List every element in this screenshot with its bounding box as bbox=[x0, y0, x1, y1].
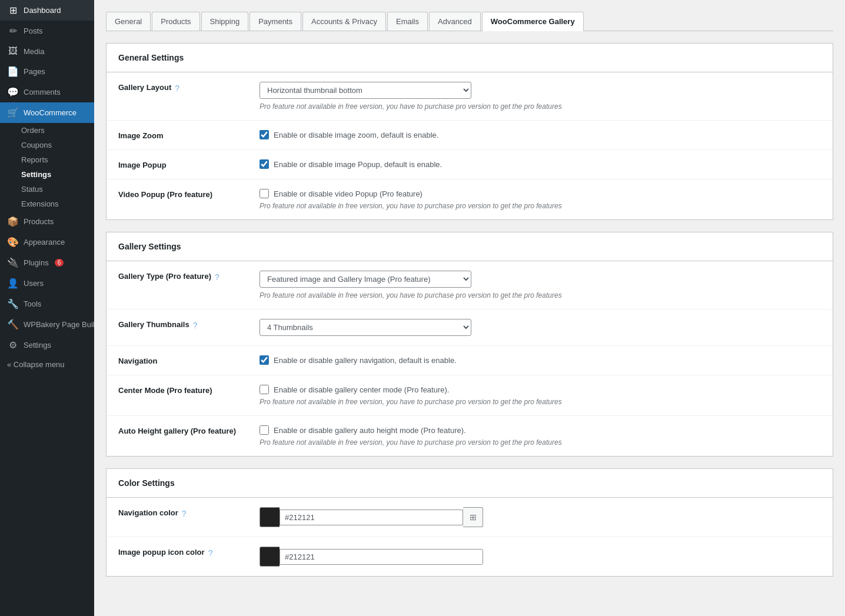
posts-icon: ✏ bbox=[7, 25, 19, 36]
auto-height-control: Enable or disable gallery auto height mo… bbox=[260, 425, 821, 447]
image-popup-control: Enable or disable image Popup, default i… bbox=[260, 159, 821, 169]
tab-emails[interactable]: Emails bbox=[387, 12, 428, 31]
navigation-color-picker-btn[interactable]: ⊞ bbox=[463, 507, 483, 527]
navigation-control: Enable or disable gallery navigation, de… bbox=[260, 355, 821, 365]
navigation-row: Navigation Enable or disable gallery nav… bbox=[107, 346, 833, 375]
main-content: General Products Shipping Payments Accou… bbox=[94, 0, 845, 616]
plugins-badge: 6 bbox=[55, 259, 64, 267]
gallery-type-help-icon[interactable]: ? bbox=[215, 272, 219, 282]
collapse-menu[interactable]: « Collapse menu bbox=[0, 355, 94, 374]
gallery-layout-control: Horizontal thumbnail bottom Vertical thu… bbox=[260, 82, 821, 111]
video-popup-pro-note: Pro feature not available in free versio… bbox=[260, 202, 821, 210]
sidebar-sub-orders[interactable]: Orders bbox=[0, 123, 94, 138]
sidebar-item-appearance[interactable]: 🎨 Appearance bbox=[0, 232, 94, 252]
sidebar-item-tools[interactable]: 🔧 Tools bbox=[0, 294, 94, 314]
gallery-thumbnails-help-icon[interactable]: ? bbox=[193, 321, 198, 330]
sidebar-item-media[interactable]: 🖼 Media bbox=[0, 41, 94, 61]
sidebar-sub-settings[interactable]: Settings bbox=[0, 167, 94, 182]
navigation-desc: Enable or disable gallery navigation, de… bbox=[274, 356, 457, 365]
image-popup-color-input-row bbox=[260, 547, 483, 567]
gallery-type-row: Gallery Type (Pro feature) ? Featured im… bbox=[107, 261, 833, 309]
settings-tabs: General Products Shipping Payments Accou… bbox=[106, 12, 833, 31]
navigation-color-swatch[interactable] bbox=[260, 507, 280, 527]
image-popup-checkbox-row: Enable or disable image Popup, default i… bbox=[260, 159, 821, 169]
auto-height-pro-note: Pro feature not available in free versio… bbox=[260, 438, 821, 447]
tab-accounts[interactable]: Accounts & Privacy bbox=[302, 12, 386, 31]
general-settings-title: General Settings bbox=[107, 44, 833, 72]
video-popup-checkbox[interactable] bbox=[260, 189, 269, 198]
sidebar-item-dashboard[interactable]: ⊞ Dashboard bbox=[0, 0, 94, 21]
video-popup-label-col: Video Popup (Pro feature) bbox=[118, 189, 248, 199]
tab-gallery[interactable]: WooCommerce Gallery bbox=[482, 12, 584, 31]
wpbakery-icon: 🔨 bbox=[7, 319, 19, 330]
image-popup-color-label-col: Image popup icon color ? bbox=[118, 547, 248, 558]
image-popup-checkbox[interactable] bbox=[260, 159, 269, 169]
auto-height-checkbox-row: Enable or disable gallery auto height mo… bbox=[260, 425, 821, 435]
sidebar-item-settings[interactable]: ⚙ Settings bbox=[0, 335, 94, 355]
sidebar-item-pages[interactable]: 📄 Pages bbox=[0, 61, 94, 82]
image-popup-color-swatch[interactable] bbox=[260, 547, 280, 567]
products-icon: 📦 bbox=[7, 216, 19, 227]
image-zoom-checkbox-row: Enable or disable image zoom, default is… bbox=[260, 130, 821, 139]
comments-icon: 💬 bbox=[7, 86, 19, 98]
woocommerce-icon: 🛒 bbox=[7, 107, 19, 118]
image-popup-color-label: Image popup icon color bbox=[118, 548, 205, 557]
gallery-thumbnails-label-col: Gallery Thumbnails ? bbox=[118, 319, 248, 330]
sidebar-item-plugins[interactable]: 🔌 Plugins 6 bbox=[0, 252, 94, 273]
sidebar-item-products[interactable]: 📦 Products bbox=[0, 211, 94, 232]
gallery-type-pro-note: Pro feature not available in free versio… bbox=[260, 291, 821, 299]
sidebar-sub-reports[interactable]: Reports bbox=[0, 152, 94, 167]
sidebar-sub-status[interactable]: Status bbox=[0, 182, 94, 197]
sidebar-sub-coupons[interactable]: Coupons bbox=[0, 138, 94, 152]
gallery-type-select[interactable]: Featured image and Gallery Image (Pro fe… bbox=[260, 271, 471, 288]
navigation-checkbox-row: Enable or disable gallery navigation, de… bbox=[260, 355, 821, 365]
navigation-color-control: ⊞ bbox=[260, 507, 821, 527]
image-popup-color-help-icon[interactable]: ? bbox=[208, 548, 213, 558]
sidebar-item-posts[interactable]: ✏ Posts bbox=[0, 21, 94, 41]
image-popup-color-input[interactable] bbox=[280, 549, 483, 565]
auto-height-checkbox[interactable] bbox=[260, 425, 269, 435]
image-zoom-label: Image Zoom bbox=[118, 131, 164, 140]
tab-shipping[interactable]: Shipping bbox=[201, 12, 249, 31]
image-popup-label-col: Image Popup bbox=[118, 159, 248, 169]
navigation-color-input[interactable] bbox=[280, 510, 463, 525]
image-zoom-checkbox[interactable] bbox=[260, 130, 269, 139]
video-popup-row: Video Popup (Pro feature) Enable or disa… bbox=[107, 179, 833, 219]
gallery-thumbnails-select[interactable]: 4 Thumbnails 2 Thumbnails 3 Thumbnails 5… bbox=[260, 319, 471, 336]
navigation-label-col: Navigation bbox=[118, 355, 248, 365]
gallery-layout-label-col: Gallery Layout ? bbox=[118, 82, 248, 93]
navigation-checkbox[interactable] bbox=[260, 355, 269, 365]
gallery-layout-help-icon[interactable]: ? bbox=[175, 84, 179, 93]
gallery-layout-select[interactable]: Horizontal thumbnail bottom Vertical thu… bbox=[260, 82, 471, 99]
image-popup-color-control bbox=[260, 547, 821, 567]
gallery-settings-section: Gallery Settings Gallery Type (Pro featu… bbox=[106, 232, 833, 457]
dashboard-icon: ⊞ bbox=[7, 5, 19, 16]
navigation-color-help-icon[interactable]: ? bbox=[182, 509, 187, 518]
center-mode-checkbox-row: Enable or disable gallery center mode (P… bbox=[260, 385, 821, 394]
collapse-icon: « bbox=[7, 360, 11, 369]
tab-products[interactable]: Products bbox=[152, 12, 199, 31]
center-mode-pro-note: Pro feature not available in free versio… bbox=[260, 398, 821, 406]
auto-height-label-col: Auto Height gallery (Pro feature) bbox=[118, 425, 248, 435]
sidebar-item-users[interactable]: 👤 Users bbox=[0, 273, 94, 294]
sidebar-sub-extensions[interactable]: Extensions bbox=[0, 197, 94, 211]
tab-payments[interactable]: Payments bbox=[249, 12, 301, 31]
navigation-color-label: Navigation color bbox=[118, 508, 178, 517]
center-mode-row: Center Mode (Pro feature) Enable or disa… bbox=[107, 375, 833, 416]
pages-icon: 📄 bbox=[7, 66, 19, 77]
color-settings-title: Color Settings bbox=[107, 469, 833, 498]
navigation-label: Navigation bbox=[118, 357, 157, 365]
center-mode-label-col: Center Mode (Pro feature) bbox=[118, 385, 248, 395]
sidebar-item-woocommerce[interactable]: 🛒 WooCommerce bbox=[0, 102, 94, 123]
sidebar-item-comments[interactable]: 💬 Comments bbox=[0, 82, 94, 102]
center-mode-control: Enable or disable gallery center mode (P… bbox=[260, 385, 821, 406]
sidebar-item-wpbakery[interactable]: 🔨 WPBakery Page Builder bbox=[0, 314, 94, 335]
tab-general[interactable]: General bbox=[106, 12, 151, 31]
gallery-layout-row: Gallery Layout ? Horizontal thumbnail bo… bbox=[107, 72, 833, 121]
tab-advanced[interactable]: Advanced bbox=[429, 12, 481, 31]
video-popup-checkbox-row: Enable or disable video Popup (Pro featu… bbox=[260, 189, 821, 198]
plugins-icon: 🔌 bbox=[7, 257, 19, 268]
auto-height-row: Auto Height gallery (Pro feature) Enable… bbox=[107, 416, 833, 456]
center-mode-checkbox[interactable] bbox=[260, 385, 269, 394]
gallery-type-label: Gallery Type (Pro feature) bbox=[118, 272, 211, 281]
